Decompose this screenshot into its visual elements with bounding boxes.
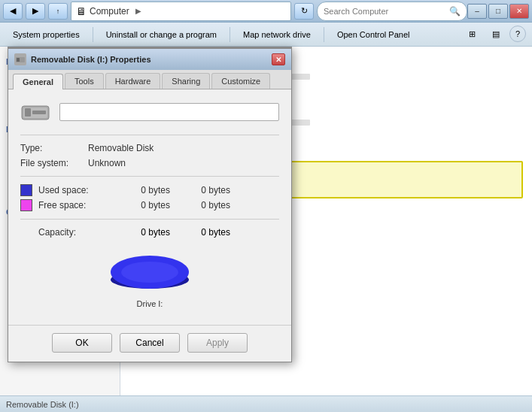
close-button[interactable]: ✕ (509, 4, 529, 19)
view-button[interactable]: ⊞ (462, 26, 482, 44)
drive-name-input[interactable] (59, 103, 279, 121)
toolbar-separator-1 (93, 27, 93, 42)
open-panel-button[interactable]: Open Control Panel (330, 26, 417, 44)
used-bytes2: 0 bytes (170, 185, 230, 195)
sys-prop-label: System properties (13, 30, 80, 39)
filesystem-label: File system: (20, 158, 88, 168)
search-icon: 🔍 (449, 6, 461, 17)
tab-sharing[interactable]: Sharing (162, 73, 210, 89)
drive-big-icon (20, 100, 50, 124)
tab-tools[interactable]: Tools (65, 73, 104, 89)
dialog-close-button[interactable]: ✕ (272, 53, 285, 65)
capacity-label: Capacity: (20, 227, 110, 238)
type-label: Type: (20, 143, 88, 153)
capacity-bytes2: 0 bytes (170, 227, 230, 238)
toolbar: System properties Uninstall or change a … (0, 23, 532, 47)
view-toggle-button[interactable]: ▤ (485, 26, 506, 44)
pie-chart (105, 244, 195, 296)
apply-label: Apply (206, 338, 229, 348)
capacity-row: Capacity: 0 bytes 0 bytes (20, 227, 279, 238)
title-bar: ◀ ▶ ↑ 🖥 Computer ▶ ↻ 🔍 – □ ✕ (0, 0, 532, 23)
status-bar: Removable Disk (I:) (0, 395, 532, 412)
svg-rect-16 (25, 108, 31, 117)
cancel-label: Cancel (135, 338, 163, 348)
divider-3 (20, 219, 279, 220)
open-panel-label: Open Control Panel (337, 30, 410, 39)
toolbar-separator-2 (230, 27, 230, 42)
divider-2 (20, 176, 279, 177)
filesystem-value: Unknown (88, 158, 126, 168)
maximize-button[interactable]: □ (488, 4, 508, 19)
dialog-title-text: Removable Disk (I:) Properties (31, 55, 267, 64)
uninstall-label: Uninstall or change a program (106, 30, 217, 39)
search-wrap[interactable]: 🔍 (317, 2, 467, 21)
used-color-box (20, 184, 32, 196)
refresh-button[interactable]: ↻ (294, 3, 314, 20)
nav-section: ◀ ▶ ↑ 🖥 Computer ▶ ↻ 🔍 (3, 2, 467, 21)
help-button[interactable]: ? (509, 26, 526, 42)
ok-label: OK (75, 338, 88, 348)
address-bar[interactable]: 🖥 Computer ▶ (71, 2, 291, 21)
svg-rect-13 (17, 58, 20, 62)
address-arrow: ▶ (135, 7, 141, 15)
ok-button[interactable]: OK (52, 333, 112, 353)
dialog-footer: OK Cancel Apply (8, 325, 291, 362)
forward-button[interactable]: ▶ (26, 3, 45, 20)
free-label: Free space: (38, 200, 110, 211)
up-button[interactable]: ↑ (48, 3, 68, 20)
used-space-row: Used space: 0 bytes 0 bytes (20, 184, 279, 196)
minimize-button[interactable]: – (467, 4, 487, 19)
dialog-title-bar: Removable Disk (I:) Properties ✕ (8, 49, 291, 70)
dialog-drive-icon (14, 53, 26, 65)
properties-dialog: Removable Disk (I:) Properties ✕ General… (8, 47, 292, 362)
used-bytes: 0 bytes (110, 185, 170, 195)
tab-general[interactable]: General (13, 74, 63, 89)
computer-icon: 🖥 (76, 5, 87, 17)
map-drive-button[interactable]: Map network drive (236, 26, 318, 44)
status-text: Removable Disk (I:) (6, 400, 79, 409)
drive-header (20, 100, 279, 124)
capacity-bytes: 0 bytes (110, 227, 170, 238)
tab-customize[interactable]: Customize (211, 73, 270, 89)
divider-1 (20, 135, 279, 135)
free-bytes2: 0 bytes (170, 200, 230, 211)
svg-point-20 (121, 262, 178, 283)
filesystem-row: File system: Unknown (20, 158, 279, 168)
search-input[interactable] (324, 7, 446, 16)
system-properties-button[interactable]: System properties (6, 26, 87, 44)
svg-rect-17 (32, 111, 46, 114)
dialog-body: Type: Removable Disk File system: Unknow… (8, 89, 291, 325)
uninstall-button[interactable]: Uninstall or change a program (99, 26, 223, 44)
drive-label: Drive I: (137, 299, 163, 308)
dialog-tabs: General Tools Hardware Sharing Customize (8, 70, 291, 89)
pie-container: Drive I: (20, 244, 279, 308)
free-bytes: 0 bytes (110, 200, 170, 211)
free-space-row: Free space: 0 bytes 0 bytes (20, 199, 279, 211)
tab-hardware[interactable]: Hardware (105, 73, 161, 89)
apply-button[interactable]: Apply (187, 333, 248, 353)
type-value: Removable Disk (88, 143, 154, 153)
map-drive-label: Map network drive (243, 30, 311, 39)
type-row: Type: Removable Disk (20, 143, 279, 153)
cancel-button[interactable]: Cancel (120, 333, 180, 353)
address-path: Computer (90, 6, 129, 17)
toolbar-separator-3 (324, 27, 324, 42)
window-controls: – □ ✕ (467, 4, 529, 19)
used-label: Used space: (38, 185, 110, 195)
free-color-box (20, 199, 32, 211)
back-button[interactable]: ◀ (3, 3, 23, 20)
